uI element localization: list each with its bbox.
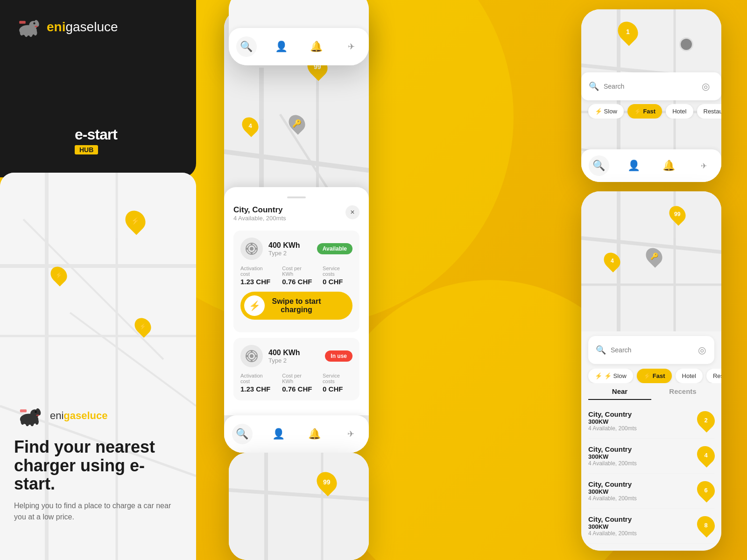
svg-point-2 — [20, 30, 24, 35]
pin-badge-2: 4 — [698, 446, 714, 466]
kwh-label-2: Cost per KWh — [282, 373, 313, 384]
nav-navigate-top[interactable]: ✈ — [341, 36, 362, 57]
svg-point-4 — [29, 31, 33, 37]
filter-chip-hotel[interactable]: Hotel — [676, 369, 703, 383]
service-amount-1: 0 CHF — [323, 278, 343, 286]
service-label-2: Service costs — [323, 373, 352, 384]
sheet-subtitle: 4 Available, 200mts — [233, 215, 286, 222]
charger-2-costs: Activation cost 1.23 CHF Cost per KWh 0.… — [240, 373, 352, 393]
location-item-1[interactable]: City, Country 300KW 4 Available, 200mts … — [588, 404, 714, 439]
svg-point-22 — [35, 419, 39, 425]
charger-info-1: 400 KWh Type 2 — [240, 238, 300, 260]
svg-point-25 — [36, 414, 39, 416]
right-bottom-tabs: Near Recents — [581, 383, 721, 405]
search-input-rb[interactable] — [611, 346, 692, 354]
svg-rect-47 — [255, 355, 257, 357]
charger-card-2: 400 KWh Type 2 In use Activation cost 1.… — [233, 338, 359, 400]
location-item-4[interactable]: City, Country 300KW 4 Available, 200mts … — [588, 509, 714, 544]
center-nav-navigate[interactable]: ✈ — [340, 424, 361, 444]
svg-point-24 — [35, 411, 37, 413]
nav-search-top[interactable]: 🔍 — [236, 36, 257, 57]
rt-chip-restau[interactable]: Restau — [697, 104, 722, 119]
center-nav-search[interactable]: 🔍 — [232, 424, 253, 444]
search-icon-rt: 🔍 — [589, 81, 599, 91]
bottom-mini-pin-99[interactable]: 99 — [317, 471, 336, 493]
svg-point-20 — [26, 420, 29, 427]
charger-icon-1 — [240, 238, 263, 260]
loc-kw-1: 300KW — [588, 418, 637, 425]
location-item-2[interactable]: City, Country 300KW 4 Available, 200mts … — [588, 439, 714, 474]
center-bottom-nav: 🔍 👤 🔔 ✈ — [224, 415, 369, 453]
kwh-amount-1: 0.76 CHF — [282, 278, 312, 286]
brand-logo-light: enigaseluce — [14, 403, 182, 428]
service-label-1: Service costs — [323, 266, 352, 277]
filter-chip-slow[interactable]: ⚡ ⚡ Slow — [588, 369, 633, 383]
charger-info-2: 400 KWh Type 2 — [240, 345, 300, 367]
right-bottom-pin-99[interactable]: 99 — [670, 205, 685, 223]
center-nav-profile[interactable]: 👤 — [268, 424, 289, 444]
location-target-rt-button[interactable]: ◎ — [697, 78, 714, 95]
center-bottom-sheet: City, Country 4 Available, 200mts × — [224, 187, 369, 415]
right-bottom-pin-gray[interactable]: 🔑 — [647, 247, 662, 265]
svg-point-21 — [30, 420, 34, 427]
right-top-pin-1[interactable]: 1 — [619, 21, 637, 42]
svg-line-15 — [23, 219, 163, 359]
svg-rect-39 — [246, 248, 248, 250]
nav-notif-top[interactable]: 🔔 — [306, 36, 327, 57]
location-item-3[interactable]: City, Country 300KW 4 Available, 200mts … — [588, 474, 714, 509]
charger-1-name: 400 KWh — [268, 241, 300, 250]
svg-rect-45 — [251, 359, 253, 362]
svg-rect-38 — [251, 252, 253, 254]
rt-chip-slow[interactable]: ⚡ Slow — [588, 104, 624, 119]
left-map-panel: ⚡ ⚡ ⚡ enigaseluce Find your ne — [0, 173, 196, 560]
pin-badge-1: 2 — [698, 411, 714, 431]
filter-chip-fast[interactable]: ⚡ Fast — [637, 369, 672, 383]
search-icon-rb: 🔍 — [596, 345, 606, 355]
tagline-description: Helping you to find a place to charge a … — [14, 500, 182, 523]
center-pin-gray[interactable]: 🔑 — [289, 114, 304, 132]
loc-sub-3: 4 Available, 200mts — [588, 495, 637, 502]
swipe-circle-icon: ⚡ — [244, 295, 265, 316]
search-input-rt[interactable] — [604, 83, 692, 90]
svg-line-48 — [229, 490, 369, 499]
map-pin-yellow-3[interactable]: ⚡ — [135, 317, 150, 335]
kwh-amount-2: 0.76 CHF — [282, 385, 312, 393]
right-top-nav-profile[interactable]: 👤 — [624, 155, 644, 176]
activation-amount-2: 1.23 CHF — [240, 385, 270, 393]
rt-chip-hotel[interactable]: Hotel — [666, 104, 693, 119]
right-top-search-bar: 🔍 ◎ — [581, 72, 721, 100]
svg-line-27 — [224, 152, 369, 170]
swipe-to-charge-button[interactable]: ⚡ Swipe to start charging — [240, 292, 352, 320]
center-pin-4[interactable]: 4 — [243, 117, 258, 134]
tab-near[interactable]: Near — [588, 387, 651, 400]
brand-name-dark: enigaseluce — [47, 20, 118, 35]
phone-center-main: 99 4 🔑 City, Country 4 Available, 200mts… — [224, 9, 369, 453]
phone-bottom-mini: 99 — [229, 453, 369, 560]
filter-chips-row: ⚡ ⚡ Slow ⚡ Fast Hotel Restau — [581, 369, 721, 383]
loc-kw-2: 300KW — [588, 453, 637, 460]
rt-chip-fast[interactable]: ⚡ Fast — [627, 104, 662, 119]
filter-chip-restau[interactable]: Restau — [706, 369, 721, 383]
app-name-dark: e-start HUB — [75, 126, 117, 154]
brand-animal-icon — [14, 14, 42, 40]
right-top-nav-notif[interactable]: 🔔 — [659, 155, 679, 176]
activation-amount-1: 1.23 CHF — [240, 278, 270, 286]
right-top-nav-navigate[interactable]: ✈ — [694, 155, 714, 176]
map-pin-yellow-1[interactable]: ⚡ — [126, 210, 145, 231]
right-bottom-map: 99 4 🔑 — [581, 191, 721, 331]
sheet-close-button[interactable]: × — [345, 205, 359, 219]
charger-2-status: In use — [325, 350, 352, 362]
service-amount-2: 0 CHF — [323, 385, 343, 393]
loc-sub-2: 4 Available, 200mts — [588, 460, 637, 467]
location-target-button[interactable]: ◎ — [697, 342, 707, 358]
tab-recents[interactable]: Recents — [651, 387, 714, 400]
kwh-label-1: Cost per KWh — [282, 266, 313, 277]
map-pin-yellow-2[interactable]: ⚡ — [51, 266, 66, 284]
svg-line-16 — [70, 313, 196, 406]
svg-point-7 — [33, 22, 35, 25]
right-top-nav-search[interactable]: 🔍 — [589, 155, 609, 176]
charger-icon-2 — [240, 345, 263, 367]
right-bottom-pin-4[interactable]: 4 — [605, 252, 620, 270]
center-nav-notif[interactable]: 🔔 — [304, 424, 325, 444]
nav-profile-top[interactable]: 👤 — [271, 36, 292, 57]
